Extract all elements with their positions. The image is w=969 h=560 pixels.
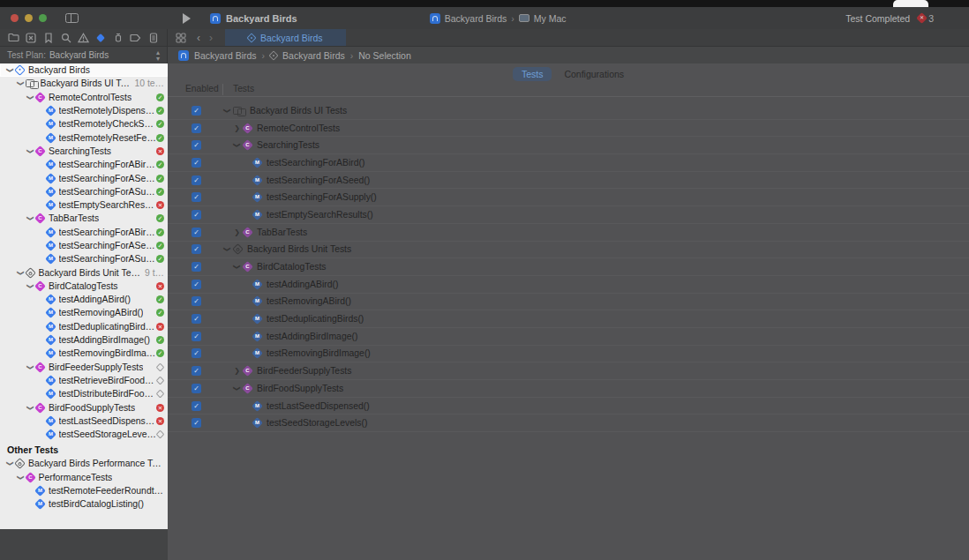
test-table-row[interactable]: ✓MtestAddingABird()	[168, 276, 969, 294]
test-navigator-row[interactable]: MtestRetrieveBirdFoodA…	[0, 374, 168, 387]
chevron-down-icon[interactable]: ❯	[233, 140, 241, 150]
chevron-down-icon[interactable]: ❯	[233, 384, 241, 393]
test-navigator-row[interactable]: MtestRemotelyCheckSu…✓	[0, 117, 168, 131]
test-table-row[interactable]: ✓❯Backyard Birds UI Tests	[168, 102, 969, 120]
test-table-row[interactable]: ✓❯CBirdCatalogTests	[168, 258, 969, 276]
test-navigator-row[interactable]: ❯Backyard Birds Performance Te…	[0, 457, 168, 470]
test-table-row[interactable]: ✓❯CRemoteControlTests	[168, 120, 969, 138]
test-navigator-row[interactable]: MtestRemovingBirdImag…✓	[0, 347, 168, 360]
forward-chevron-icon[interactable]: ›	[209, 32, 213, 44]
test-table-row[interactable]: ✓❯CTabBarTests	[168, 224, 969, 242]
test-navigator-row[interactable]: ❯CPerformanceTests	[0, 471, 168, 484]
chevron-down-icon[interactable]: ❯	[26, 362, 34, 371]
test-table-row[interactable]: ✓❯CBirdFeederSupplyTests	[168, 362, 969, 380]
enabled-checkbox[interactable]: ✓	[192, 418, 201, 428]
test-table-row[interactable]: ✓MtestEmptySearchResults()	[168, 206, 969, 224]
test-navigator-row[interactable]: ❯CBirdCatalogTests✕	[0, 280, 168, 293]
chevron-down-icon[interactable]: ❯	[26, 281, 34, 290]
enabled-checkbox[interactable]: ✓	[192, 175, 201, 185]
test-table-row[interactable]: ✓MtestRemovingABird()	[168, 294, 969, 311]
debug-navigator-icon[interactable]	[113, 32, 124, 43]
test-navigator-row[interactable]: MtestAddingBirdImage()✓	[0, 333, 168, 347]
jump-crumb-selection[interactable]: No Selection	[358, 50, 411, 61]
chevron-down-icon[interactable]: ❯	[26, 403, 34, 412]
test-navigator-row[interactable]: ❯CBirdFoodSupplyTests✕	[0, 400, 168, 414]
scheme-name[interactable]: Backyard Birds	[445, 13, 507, 24]
run-button[interactable]	[183, 13, 191, 24]
segment-configurations[interactable]: Configurations	[564, 69, 624, 79]
enabled-checkbox[interactable]: ✓	[192, 401, 201, 411]
test-navigator-row[interactable]: MtestSearchingForASee…✓	[0, 239, 168, 252]
test-navigator-row[interactable]: MtestRemoteFeederRoundtri…	[0, 484, 168, 497]
project-navigator-icon[interactable]	[8, 32, 19, 43]
find-navigator-icon[interactable]	[60, 32, 71, 43]
test-table-row[interactable]: ✓MtestLastSeedDispensed()	[168, 398, 969, 415]
chevron-right-icon[interactable]: ❯	[232, 228, 242, 236]
test-navigator-row[interactable]: MtestRemotelyDispense…✓	[0, 104, 168, 117]
test-table-row[interactable]: ✓❯Backyard Birds Unit Tests	[168, 242, 969, 259]
zoom-window-button[interactable]	[39, 14, 47, 22]
test-table-row[interactable]: ✓MtestRemovingBirdImage()	[168, 346, 969, 363]
enabled-checkbox[interactable]: ✓	[192, 140, 201, 150]
test-navigator-row[interactable]: MtestDeduplicatingBird…✕	[0, 320, 168, 333]
test-navigator-row[interactable]: ❯CTabBarTests✓	[0, 212, 168, 225]
stepper-icon[interactable]: ▴▾	[156, 49, 160, 62]
test-navigator-row[interactable]: MtestEmptySearchResu…✕	[0, 198, 168, 212]
test-table-row[interactable]: ✓MtestAddingBirdImage()	[168, 328, 969, 346]
jump-crumb-project[interactable]: Backyard Birds	[194, 50, 257, 61]
back-chevron-icon[interactable]: ‹	[197, 32, 200, 44]
scheme-selector[interactable]: Backyard Birds › My Mac	[430, 13, 567, 24]
enabled-checkbox[interactable]: ✓	[192, 314, 201, 324]
chevron-right-icon[interactable]: ❯	[232, 124, 242, 132]
toggle-navigator-icon[interactable]	[65, 13, 79, 23]
chevron-down-icon[interactable]: ❯	[223, 244, 231, 254]
test-navigator-row[interactable]: MtestLastSeedDispense…✕	[0, 414, 168, 428]
test-navigator-row[interactable]: MtestRemotelyResetFee…✓	[0, 131, 168, 144]
test-table-row[interactable]: ✓MtestSearchingForASupply()	[168, 189, 969, 206]
test-navigator-row[interactable]: ❯CSearchingTests✕	[0, 145, 168, 158]
minimize-window-button[interactable]	[25, 14, 33, 22]
related-items-icon[interactable]	[175, 32, 186, 43]
test-navigator-row[interactable]: ❯Backyard Birds Unit Tests9 t…	[0, 265, 168, 279]
chevron-down-icon[interactable]: ❯	[6, 66, 14, 75]
test-navigator-row[interactable]: MtestRemovingABird()✓	[0, 306, 168, 319]
enabled-checkbox[interactable]: ✓	[192, 280, 201, 289]
chevron-down-icon[interactable]: ❯	[26, 146, 34, 155]
column-divider[interactable]	[222, 84, 223, 95]
test-table-row[interactable]: ✓MtestSeedStorageLevels()	[168, 414, 969, 432]
test-navigator-row[interactable]: MtestBirdCatalogListing()	[0, 497, 168, 511]
chevron-down-icon[interactable]: ❯	[6, 459, 14, 468]
source-control-navigator-icon[interactable]	[26, 32, 37, 43]
test-navigator-row[interactable]: ❯CRemoteControlTests✓	[0, 91, 168, 104]
test-table-row[interactable]: ✓MtestDeduplicatingBirds()	[168, 310, 969, 328]
bookmark-navigator-icon[interactable]	[43, 32, 55, 43]
test-navigator-row[interactable]: MtestSearchingForASee…✓	[0, 171, 168, 184]
test-failure-badge[interactable]: 3	[918, 13, 934, 24]
tab-backyard-birds[interactable]: Backyard Birds	[225, 29, 346, 46]
enabled-checkbox[interactable]: ✓	[192, 228, 201, 237]
enabled-checkbox[interactable]: ✓	[192, 244, 201, 254]
test-table-row[interactable]: ✓MtestSearchingForABird()	[168, 154, 969, 172]
enabled-checkbox[interactable]: ✓	[192, 366, 201, 376]
chevron-down-icon[interactable]: ❯	[223, 106, 231, 116]
test-table-row[interactable]: ✓MtestSearchingForASeed()	[168, 172, 969, 190]
test-table-row[interactable]: ✓❯CSearchingTests	[168, 137, 969, 154]
test-plan-selector[interactable]: Test Plan: Backyard Birds ▴▾	[0, 47, 168, 63]
issue-navigator-icon[interactable]	[78, 32, 89, 43]
chevron-down-icon[interactable]: ❯	[233, 262, 241, 272]
enabled-checkbox[interactable]: ✓	[192, 123, 201, 133]
chevron-right-icon[interactable]: ❯	[232, 367, 242, 375]
chevron-down-icon[interactable]: ❯	[16, 473, 24, 482]
enabled-checkbox[interactable]: ✓	[192, 158, 201, 168]
run-destination[interactable]: My Mac	[534, 13, 567, 24]
test-navigator-row[interactable]: ❯Backyard Birds UI Tests10 te…	[0, 77, 168, 90]
test-navigator-row[interactable]: ❯CBirdFeederSupplyTests	[0, 361, 168, 374]
test-navigator-row[interactable]: MtestSearchingForABird()✓	[0, 158, 168, 171]
enabled-checkbox[interactable]: ✓	[192, 210, 201, 220]
test-plan-value[interactable]: Backyard Birds	[49, 50, 109, 60]
segment-tests[interactable]: Tests	[513, 67, 552, 81]
report-navigator-icon[interactable]	[147, 32, 159, 43]
test-navigator-row[interactable]: MtestSearchingForASup…✓	[0, 185, 168, 198]
jump-crumb-plan[interactable]: Backyard Birds	[282, 50, 345, 61]
enabled-checkbox[interactable]: ✓	[192, 192, 201, 202]
